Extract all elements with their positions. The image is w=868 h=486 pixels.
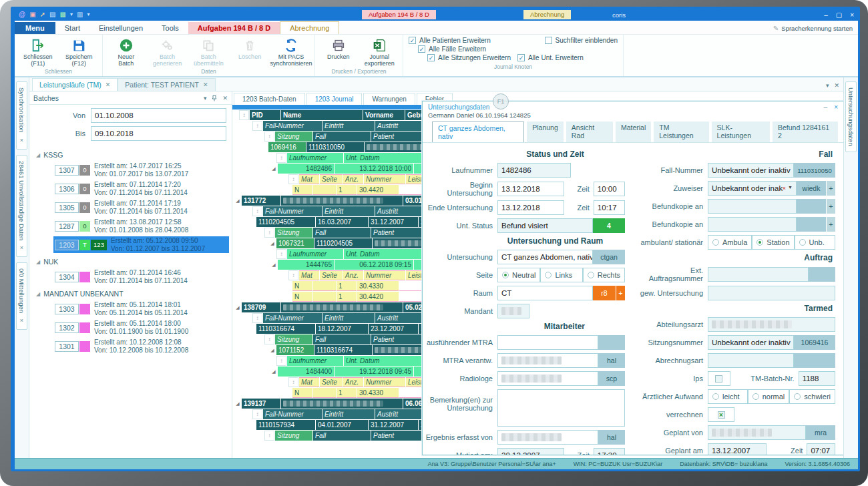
column-options-icon[interactable]: ↕ xyxy=(288,270,298,280)
mutiert-date-input[interactable]: 20.12.2007 xyxy=(497,448,564,455)
sidebar-tab-untersuchungsdaten[interactable]: Untersuchungsdaten xyxy=(845,81,857,152)
batch-item-1287[interactable]: 12870Erstellt am: 13.08.2017 12:58Von: 0… xyxy=(53,218,229,234)
batch-group-mandant-unbekannt[interactable]: ◢MANDANT UNBEKANNT xyxy=(36,290,229,298)
close-icon[interactable]: ✕ xyxy=(105,81,111,88)
close-icon[interactable]: × xyxy=(19,317,25,324)
close-icon[interactable]: × xyxy=(19,244,25,251)
mandant-input[interactable] xyxy=(497,304,529,318)
tab-menu[interactable]: Menu xyxy=(15,22,55,34)
expander-icon[interactable]: ◢ xyxy=(268,238,276,248)
geplant-zeit-input[interactable]: 07:07 xyxy=(807,443,835,455)
sidebar-tab-mitteilungen[interactable]: 0/0 Mitteilungen× xyxy=(16,262,27,330)
panel-close-icon[interactable]: ✕ xyxy=(222,95,228,101)
journal-tab-2[interactable]: Warnungen xyxy=(363,93,415,105)
column-options-icon[interactable]: ↕ xyxy=(264,132,274,142)
expander-icon[interactable]: ◢ xyxy=(270,367,278,377)
geplant-von-input[interactable] xyxy=(708,425,806,440)
radio-ambulant[interactable]: Ambula xyxy=(708,235,752,250)
radio-aufwand-schwierig[interactable]: schwieri xyxy=(789,389,835,404)
radiologe-input[interactable] xyxy=(497,371,598,386)
speech-recognition-button[interactable]: ✎ Spracherkennung starten xyxy=(773,25,853,32)
batch-item-1301[interactable]: 1301Erstellt am: 10.12.2008 12:08Von: 10… xyxy=(53,338,229,354)
tab-aufgaben[interactable]: Aufgaben 194 B / 8 D xyxy=(188,22,280,34)
dropdown-icon[interactable]: ▼ xyxy=(788,185,793,192)
panel-dropdown-icon[interactable]: ▾ xyxy=(204,95,207,101)
close-icon[interactable]: × xyxy=(19,137,25,144)
column-options-icon[interactable]: ↕ xyxy=(264,431,274,441)
untersuchung-tab-2[interactable]: Ansicht Rad xyxy=(566,121,613,142)
raum-input[interactable]: CT xyxy=(497,286,593,300)
titlebar-tag-aufgaben[interactable]: Aufgaben 194 B / 8 D xyxy=(362,10,436,19)
ext-auftragsnummer-input[interactable] xyxy=(708,267,809,282)
abteilungsarzt-input[interactable] xyxy=(708,317,835,332)
von-date-input[interactable]: 01.10.2008 xyxy=(91,108,226,123)
ribbon-button-drucken[interactable]: Drucken xyxy=(318,36,359,67)
close-icon[interactable]: × xyxy=(850,11,854,19)
tabbar-dropdown-icon[interactable]: ▾ xyxy=(826,82,829,89)
column-options-icon[interactable]: ↕ xyxy=(252,313,262,323)
minimize-icon[interactable]: – xyxy=(824,11,828,19)
batch-item-1304[interactable]: 1304Erstellt am: 07.11.2014 16:46Von: 07… xyxy=(53,268,229,285)
ende-date-input[interactable]: 13.12.2018 xyxy=(497,200,564,215)
column-options-icon[interactable]: ↕ xyxy=(276,356,286,366)
mutiert-zeit-input[interactable]: 17:30 xyxy=(594,448,625,455)
maximize-icon[interactable]: ▢ xyxy=(836,11,842,19)
quickbar-dropdown2-icon[interactable]: ▾ xyxy=(87,11,89,18)
beginn-zeit-input[interactable]: 10:00 xyxy=(594,182,625,196)
ribbon-button-schliessen-f11-[interactable]: Schliessen (F11) xyxy=(17,36,59,67)
column-options-icon[interactable]: ↕ xyxy=(288,377,298,387)
beginn-date-input[interactable]: 13.12.2018 xyxy=(497,182,564,196)
pin-icon[interactable] xyxy=(212,95,217,101)
zuweiser-add-button[interactable]: + xyxy=(827,181,835,196)
titlebar-tag-abrechnung[interactable]: Abrechnung xyxy=(523,10,571,19)
untersuchung-tab-1[interactable]: Planung xyxy=(527,121,564,142)
fall-nummer-input[interactable]: Unbekannt oder inaktiv xyxy=(708,163,794,178)
expander-icon[interactable]: ◢ xyxy=(268,345,276,355)
untersuchung-tab-6[interactable]: Befund 1284161 2 xyxy=(773,121,838,142)
panel-close-icon[interactable]: × xyxy=(834,103,838,111)
checkbox-alle-sitzungen[interactable]: ✓Alle Sitzungen Erweitern xyxy=(427,54,511,61)
tab-abrechnung[interactable]: Abrechnung xyxy=(280,21,339,34)
laufnummer-input[interactable]: 1482486 xyxy=(497,163,571,178)
ergebnis-erfasst-input[interactable] xyxy=(497,430,598,445)
batch-group-nuk[interactable]: ◢NUK xyxy=(36,258,229,266)
ribbon-button-mit-pacs-synchronisieren[interactable]: Mit PACS synchronisieren xyxy=(270,36,312,67)
ende-zeit-input[interactable]: 10:17 xyxy=(594,200,625,215)
column-options-icon[interactable]: ↕ xyxy=(239,110,249,120)
batch-item-1303[interactable]: 1303Erstellt am: 05.11.2014 18:01Von: 05… xyxy=(53,300,229,317)
tm-batch-nr-input[interactable]: 1188 xyxy=(799,371,835,386)
column-options-icon[interactable]: ↕ xyxy=(252,206,262,216)
radio-seite-neutral[interactable]: Neutral xyxy=(497,268,540,282)
untersuchung-input[interactable]: CT ganzes Abdomen, nativ xyxy=(497,250,593,264)
befundkopie-input-1[interactable] xyxy=(708,199,797,214)
expander-icon[interactable]: ◢ xyxy=(234,302,242,312)
bis-date-input[interactable]: 09.10.2018 xyxy=(91,126,226,141)
batch-item-1305[interactable]: 13050Erstellt am: 07.11.2014 17:19Von: 0… xyxy=(53,199,229,216)
clear-icon[interactable]: × xyxy=(783,185,786,192)
doc-tab-patient[interactable]: Patient: TEST PATIENT✕ xyxy=(118,78,215,91)
column-options-icon[interactable]: ↕ xyxy=(252,121,262,131)
batch-group-kssg[interactable]: ◢KSSG xyxy=(36,151,229,159)
radio-stationaer[interactable]: Station xyxy=(752,235,794,250)
column-options-icon[interactable]: ↕ xyxy=(264,228,274,238)
batch-item-1203[interactable]: 1203T123Erstellt am: 05.12.2008 09:50Von… xyxy=(53,236,229,253)
untersuchung-tab-4[interactable]: TM Leistungen xyxy=(654,121,708,142)
expander-icon[interactable]: ◢ xyxy=(270,164,278,174)
column-options-icon[interactable]: ↕ xyxy=(264,334,274,344)
sitzungsnummer-input[interactable]: Unbekannt oder inaktiv xyxy=(708,335,794,350)
mtra-verantw-input[interactable] xyxy=(497,353,598,368)
export-quick-icon[interactable]: ▦ xyxy=(59,11,65,18)
tab-start[interactable]: Start xyxy=(55,22,89,34)
doc-tab-leistungslaeufe[interactable]: Leistungsläufe (TM)✕ xyxy=(32,78,118,91)
batch-item-1302[interactable]: 1302Erstellt am: 05.11.2014 18:00Von: 01… xyxy=(53,319,229,336)
untersuchung-tab-5[interactable]: SLK-Leistungen xyxy=(712,121,770,142)
checkbox-alle-patienten[interactable]: ✓Alle Patienten Erweitern xyxy=(409,37,491,44)
sidebar-tab-synchronisation[interactable]: Synchronisation× xyxy=(16,81,27,150)
ribbon-button-journal-exportieren[interactable]: Journal exportieren xyxy=(359,36,401,67)
batch-item-1306[interactable]: 13060Erstellt am: 07.11.2014 17:20Von: 0… xyxy=(53,180,229,197)
column-options-icon[interactable]: ↕ xyxy=(288,174,298,184)
untersuchung-tab-0[interactable]: CT ganzes Abdomen, nativ xyxy=(432,121,524,142)
unt-status-input[interactable]: Befund visiert xyxy=(497,218,593,233)
close-document-icon[interactable]: ▣ xyxy=(29,11,35,18)
checkbox-alle-unt[interactable]: ✓Alle Unt. Erweitern xyxy=(517,54,584,61)
